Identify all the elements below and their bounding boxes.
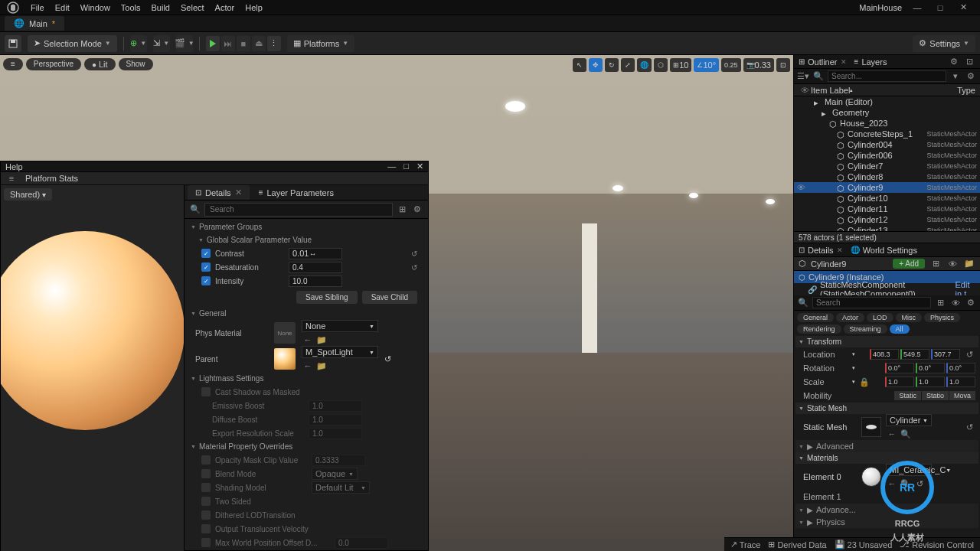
menu-file[interactable]: File [31, 3, 44, 12]
filter-chip-general[interactable]: General [797, 313, 834, 322]
intensity-value[interactable]: 10.0 [289, 276, 342, 287]
chevron-down-icon[interactable]: ▾ [949, 70, 962, 83]
location-z[interactable]: 307.7 [931, 349, 960, 360]
location-x[interactable]: 408.3 [870, 349, 899, 360]
stop-button[interactable]: ■ [237, 36, 250, 51]
add-content-button[interactable]: ⊕▼ [130, 35, 147, 52]
browse-icon[interactable]: 👁 [946, 258, 959, 270]
perspective-dropdown[interactable]: Perspective [26, 58, 81, 70]
eject-button[interactable]: ⏏ [252, 36, 266, 51]
dithered-checkbox[interactable] [201, 510, 211, 520]
menu-window[interactable]: Window [80, 3, 110, 12]
outliner-item[interactable]: ⬡Cylinder006StaticMeshActor [794, 150, 980, 161]
reset-location-icon[interactable]: ↺ [963, 348, 975, 360]
outliner-item[interactable]: ⬡Cylinder8StaticMeshActor [794, 171, 980, 182]
float-details-body[interactable]: Parameter Groups Global Scalar Parameter… [185, 219, 428, 551]
outliner-item[interactable]: 👁⬡Cylinder9StaticMeshActor [794, 182, 980, 193]
scale-snap-value[interactable]: 0.25 [721, 58, 741, 72]
angle-snap-icon[interactable]: ∠ 10° [694, 58, 719, 72]
cat-transform[interactable]: Transform [795, 336, 978, 347]
opacity-mask-checkbox[interactable] [201, 455, 211, 465]
menu-select[interactable]: Select [181, 3, 204, 12]
window-close-icon[interactable]: ✕ [416, 161, 423, 171]
window-close-icon[interactable]: ✕ [956, 2, 971, 13]
filter-list-icon[interactable]: ⊞ [934, 297, 946, 309]
reset-icon[interactable]: ↺ [384, 354, 391, 364]
filter-chip-lod[interactable]: LOD [867, 313, 893, 322]
cast-shadow-checkbox[interactable] [201, 387, 211, 396]
desaturation-value[interactable]: 0.4 [289, 262, 342, 273]
eye-icon[interactable]: 👁 [949, 297, 962, 309]
select-tool-icon[interactable]: ↖ [573, 58, 586, 72]
visibility-icon[interactable]: 👁 [797, 183, 808, 192]
mesh-asset-combo[interactable]: Cylinder▼ [886, 414, 932, 426]
col-item-label[interactable]: Item Label [811, 86, 850, 95]
window-minimize-icon[interactable]: — [910, 2, 925, 13]
lit-dropdown[interactable]: ● Lit [84, 58, 115, 70]
outliner-item[interactable]: ⬡House_2023 [794, 118, 980, 129]
outliner-item[interactable]: ⬡Cylinder10StaticMeshActor [794, 193, 980, 204]
mesh-thumbnail[interactable] [861, 417, 881, 437]
play-options-button[interactable]: ⋮ [267, 36, 281, 51]
cat-static-mesh[interactable]: Static Mesh [795, 403, 978, 414]
out-trans-checkbox[interactable] [201, 524, 211, 533]
contrast-value[interactable]: 0.01 ↔ [289, 248, 342, 259]
shading-model-checkbox[interactable] [201, 483, 211, 492]
outliner-item[interactable]: ⬡Cylinder004StaticMeshActor [794, 139, 980, 150]
material-thumbnail[interactable] [861, 467, 881, 487]
lock-icon[interactable]: 🔒 [858, 376, 871, 388]
save-button[interactable] [5, 35, 21, 52]
menu-actor[interactable]: Actor [215, 3, 235, 12]
cat-global-scalar[interactable]: Global Scalar Parameter Value [188, 233, 425, 246]
cat-material-overrides[interactable]: Material Property Overrides [188, 440, 425, 453]
trace-button[interactable]: ↗ Trace [730, 540, 761, 549]
save-sibling-button[interactable]: Save Sibling [296, 291, 358, 304]
translate-tool-icon[interactable]: ✥ [589, 58, 603, 72]
float-search-input[interactable] [204, 203, 393, 217]
outliner-item[interactable]: ⬡ConcreteSteps_1StaticMeshActor [794, 129, 980, 139]
tab-layer-parameters[interactable]: ≡ Layer Parameters [251, 186, 341, 200]
play-button[interactable] [206, 36, 220, 51]
grid-snap-icon[interactable]: ⊞ 10 [670, 58, 691, 72]
mobility-static[interactable]: Static [894, 391, 921, 400]
stats-menu-icon[interactable]: ≡ [5, 172, 18, 184]
save-child-button[interactable]: Save Child [362, 291, 417, 304]
reset-icon[interactable]: ↺ [411, 249, 422, 258]
gear-icon[interactable]: ⚙ [948, 56, 960, 68]
selection-mode-dropdown[interactable]: ➤ Selection Mode ▼ [28, 35, 117, 52]
eye-icon[interactable]: 👁 [799, 84, 811, 96]
window-maximize-icon[interactable]: □ [403, 161, 409, 171]
skip-button[interactable]: ⏭ [221, 36, 235, 51]
mobility-stationary[interactable]: Statio [922, 391, 949, 400]
rotation-y[interactable]: 0.0° [916, 363, 945, 373]
settings-icon[interactable]: ⚙ [965, 70, 977, 83]
two-sided-checkbox[interactable] [201, 497, 211, 506]
details-search-input[interactable] [812, 297, 931, 308]
scale-z[interactable]: 1.0 [946, 377, 975, 387]
outliner-item[interactable]: ⬡Cylinder11StaticMeshActor [794, 204, 980, 214]
menu-build[interactable]: Build [152, 3, 170, 12]
component-static-mesh[interactable]: 🔗 StaticMeshComponent (StaticMeshCompone… [794, 283, 980, 295]
desaturation-checkbox[interactable]: ✓ [201, 262, 211, 272]
platforms-dropdown[interactable]: ▦ Platforms ▼ [287, 35, 354, 52]
cat-lightmass[interactable]: Lightmass Settings [188, 372, 425, 385]
filter-chip-misc[interactable]: Misc [896, 313, 923, 322]
filter-chip-actor[interactable]: Actor [836, 313, 864, 322]
camera-speed-value[interactable]: 📷 0.33 [743, 58, 774, 72]
blend-mode-checkbox[interactable] [201, 469, 211, 478]
settings-dropdown[interactable]: ⚙ Settings ▼ [913, 35, 975, 52]
menu-edit[interactable]: Edit [55, 3, 70, 12]
tab-outliner[interactable]: ⊞ Outliner ✕ [799, 57, 847, 67]
location-y[interactable]: 549.5 [900, 349, 929, 360]
blueprint-icon[interactable]: ⊞ [929, 258, 942, 270]
browse-icon[interactable]: 📁 [315, 334, 328, 346]
max-world-checkbox[interactable] [201, 538, 211, 547]
phys-thumbnail[interactable]: None [274, 322, 296, 344]
filter-chip-all[interactable]: All [890, 324, 910, 334]
tab-world-settings[interactable]: 🌐 World Settings [851, 246, 917, 255]
tab-details-float[interactable]: ⊡ Details ✕ [188, 185, 250, 200]
cat-parameter-groups[interactable]: Parameter Groups [188, 220, 425, 233]
mobility-movable[interactable]: Mova [949, 391, 975, 400]
intensity-checkbox[interactable]: ✓ [201, 276, 211, 285]
col-type[interactable]: Type [957, 86, 975, 95]
